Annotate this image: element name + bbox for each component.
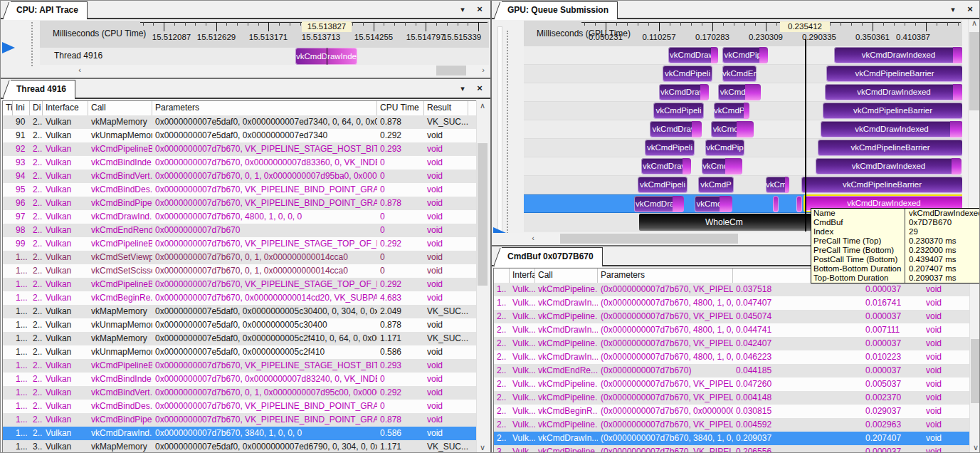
gpu-time-ruler[interactable]: Milliseconds (GPU Time) 0.0502310.110257…: [524, 21, 962, 48]
thread-vscroll-thumb[interactable]: [478, 143, 488, 286]
api-call-row[interactable]: 2..Vulk...vkCmdBeginR...(0x0000000007d7b…: [494, 405, 970, 418]
tab-gpu-queue-submission[interactable]: GPU: Queue Submission: [502, 1, 618, 19]
scroll-down-icon[interactable]: ∨: [970, 442, 980, 453]
api-call-row[interactable]: 932...VulkanvkCmdBindInde...0x0000000007…: [3, 156, 477, 170]
api-call-row[interactable]: 1...2...VulkanvkUnmapMemory0x0000000007e…: [3, 345, 477, 359]
api-call-row[interactable]: 962...VulkanvkCmdBindPipel...0x000000000…: [3, 197, 477, 210]
column-header-result[interactable]: Result: [424, 101, 468, 115]
cpu-hscroll-thumb[interactable]: [436, 66, 466, 76]
api-call-row[interactable]: 2..Vulk...vkCmdEndRe...(0x0000000007d7b6…: [494, 364, 970, 378]
cpu-time-ruler[interactable]: Milliseconds (CPU Time) 15.51208715.5126…: [40, 21, 489, 48]
timeline-block-vkcmdpipelinebarrier[interactable]: vkCmdPipelineBarrier: [818, 140, 962, 156]
tab-cmdbuf[interactable]: CmdBuf 0x07D7B670: [502, 247, 603, 266]
timeline-block-vkcmdpipeli[interactable]: vkCmdPipeli: [663, 66, 712, 82]
column-header-ini[interactable]: Ini: [13, 101, 30, 115]
api-call-row-selected[interactable]: 1...2...VulkanvkCmdDrawInd...0x000000000…: [3, 427, 477, 440]
api-call-row[interactable]: 1...2...VulkanvkCmdPipelineB...0x0000000…: [3, 278, 477, 291]
api-call-row[interactable]: 1...2...VulkanvkCmdBeginRe...0x000000000…: [3, 291, 477, 305]
api-call-row[interactable]: 922...VulkanvkCmdPipelineB...0x000000000…: [3, 142, 477, 156]
api-call-row[interactable]: 2..Vulk...vkCmdDrawIn...(0x0000000007d7b…: [494, 323, 970, 337]
api-call-row[interactable]: 912...VulkanvkUnmapMemory0x0000000007e5d…: [3, 129, 477, 142]
column-header-call[interactable]: Call: [535, 269, 598, 283]
close-icon[interactable]: ×: [475, 4, 485, 15]
cmdbuf-vertical-scrollbar[interactable]: ∨: [969, 268, 980, 453]
timeline-block-vkcmdpipeli[interactable]: vkCmdPipeli: [653, 103, 704, 119]
timeline-block-vkcmddrawi[interactable]: vkCmdDrawI: [650, 121, 702, 137]
timeline-block-sliver[interactable]: [773, 196, 779, 212]
gpu-queue-row[interactable]: vkCmdDrawIvkCmdDravkCmdDrawIndexed: [524, 83, 962, 102]
timeline-block-vkcmddrawi[interactable]: vkCmdDrawI: [641, 158, 691, 175]
api-call-table-header[interactable]: TiIniDiInterfaceCallParametersCPU TimeRe…: [3, 101, 477, 116]
cpu-thread-row[interactable]: Thread 4916 vkCmdDrawInde: [40, 48, 489, 66]
api-call-row[interactable]: 2..Vulk...vkCmdPipeline...(0x0000000007d…: [494, 310, 970, 323]
gpu-vscroll-thumb[interactable]: [969, 32, 979, 110]
timeline-block-vkcmddrawi[interactable]: vkCmdDrawI: [659, 84, 709, 100]
api-call-row[interactable]: 1...2...VulkanvkCmdBindInde...0x00000000…: [3, 373, 477, 386]
timeline-block-vkcmddrawindexed[interactable]: vkCmdDrawIndexed: [834, 47, 962, 63]
api-call-row[interactable]: 1...2...VulkanvkCmdSetViewp...0x00000000…: [3, 251, 477, 264]
cmdbuf-vscroll-thumb[interactable]: [971, 339, 980, 403]
timeline-block-vkcmdpipelinebarrier[interactable]: vkCmdPipelineBarrier: [823, 103, 962, 119]
gpu-queue-row[interactable]: vkCmdPipelivkCmdPipvkCmdPipelineBarrier: [524, 102, 962, 120]
timeline-block-vkcmdpipeli[interactable]: vkCmdPipeli: [638, 177, 687, 193]
close-icon[interactable]: ×: [475, 83, 485, 94]
gpu-queue-row[interactable]: vkCmdPipelivkCmdEnvkCmdPipelineBarrier: [524, 65, 962, 83]
zoom-slider-track[interactable]: [31, 22, 33, 66]
timeline-block-vkcmdpip[interactable]: vkCmdPip: [714, 103, 749, 119]
api-call-row[interactable]: 1...2...VulkanvkCmdBindVert...0x00000000…: [3, 386, 477, 400]
close-icon[interactable]: ×: [965, 4, 975, 15]
gpu-queue-row[interactable]: vkCmdDrawIvkCmdDravkCmdDrawIndexed: [524, 157, 962, 176]
api-call-row[interactable]: 1...3...VulkanvkMapMemory0x0000000007e5d…: [3, 440, 477, 453]
timeline-block-vkcmdpip[interactable]: vkCmdPip: [705, 140, 744, 156]
timeline-block-vkcmden[interactable]: vkCmdEn: [722, 66, 757, 82]
api-call-row[interactable]: 3..Vulk...vkCmdPipeline...(0x0000000007d…: [494, 445, 970, 453]
column-header[interactable]: [494, 269, 510, 283]
timeline-block-vkcmddrawindexed[interactable]: vkCmdDrawIndexed: [825, 84, 962, 100]
timeline-block-vkcmddra[interactable]: vkCmdDra: [718, 84, 761, 100]
timeline-block-vkcmddrawi[interactable]: vkCmdDrawI: [668, 47, 718, 63]
column-header-call[interactable]: Call: [88, 101, 152, 115]
scroll-left-icon[interactable]: ‹: [74, 65, 85, 76]
api-call-row[interactable]: 2..Vulk...vkCmdDrawIn...(0x0000000007d7b…: [494, 350, 970, 364]
timeline-block-vkcmddrawindexed[interactable]: vkCmdDrawIndexed: [816, 158, 961, 175]
thread-vertical-scrollbar[interactable]: ∧ ∨: [476, 100, 488, 453]
api-call-row[interactable]: 952...VulkanvkCmdBindDes...0x0000000007d…: [3, 183, 477, 197]
api-call-row[interactable]: 1...2...VulkanvkUnmapMemory0x0000000007e…: [3, 318, 477, 332]
column-header-parameters[interactable]: Parameters: [152, 101, 377, 115]
timeline-block-vkcmdpipe[interactable]: vkCmdPipe: [722, 47, 768, 63]
api-call-row[interactable]: 972...VulkanvkCmdDrawInd...0x0000000007d…: [3, 210, 477, 224]
api-call-row[interactable]: 1...2...VulkanvkCmdSetScissor0x000000000…: [3, 264, 477, 278]
column-header-di[interactable]: Di: [30, 101, 43, 115]
api-call-row[interactable]: 1...2...VulkanvkCmdBindDes...0x000000000…: [3, 400, 477, 413]
api-call-row-selected[interactable]: 2..Vulk...vkCmdDrawIn...(0x0000000007d7b…: [494, 432, 970, 445]
api-call-row[interactable]: 2..Vulk...vkCmdPipeline...(0x0000000007d…: [494, 391, 970, 405]
timeline-block-vkcmddrawindexed[interactable]: vkCmdDrawIndexed: [821, 121, 962, 137]
zoom-slider-track[interactable]: [497, 26, 502, 239]
gpu-queue-row[interactable]: vkCmdDrawIvkCmdDravkCmdDrawIndexed: [524, 120, 962, 139]
column-header-interfa[interactable]: Interfa: [510, 269, 535, 283]
timeline-block-vkcmdpipeli[interactable]: vkCmdPipeli: [645, 140, 695, 156]
timeline-block-vkcmddra[interactable]: vkCmdDra: [711, 121, 754, 137]
api-call-row[interactable]: 1...2...VulkanvkMapMemory0x0000000007e5d…: [3, 332, 477, 345]
api-call-row[interactable]: 942...VulkanvkCmdBindVert...0x0000000007…: [3, 170, 477, 183]
scroll-down-icon[interactable]: ∨: [477, 442, 488, 453]
api-call-row[interactable]: 2..Vulk...vkCmdPipeline...(0x0000000007d…: [494, 378, 970, 391]
timeline-block-vkcmddra[interactable]: vkCmdDra: [702, 158, 742, 175]
column-header-cpu-time[interactable]: CPU Time: [377, 101, 424, 115]
column-header-ti[interactable]: Ti: [3, 101, 13, 115]
scroll-left-icon[interactable]: ‹: [527, 233, 539, 244]
timeline-block-vkcmddrawi[interactable]: vkCmdDrawI: [634, 196, 684, 212]
api-call-row[interactable]: 1...2...VulkanvkCmdPipelineB...0x0000000…: [3, 359, 477, 373]
api-call-row[interactable]: 1..Vulk...vkCmdDrawIn...(0x0000000007d7b…: [494, 296, 970, 310]
timeline-block-vkcmdp[interactable]: vkCmdP: [698, 177, 734, 193]
api-call-row[interactable]: 982...VulkanvkCmdEndRend...0x0000000007d…: [3, 224, 477, 237]
api-call-row[interactable]: 1...2...VulkanvkMapMemory0x0000000007e5d…: [3, 305, 477, 318]
zoom-slider-thumb[interactable]: [2, 42, 15, 53]
api-call-row[interactable]: 902...VulkanvkMapMemory0x0000000007e5daf…: [3, 115, 477, 129]
gpu-queue-row[interactable]: vkCmdDrawIvkCmdPipevkCmdDrawIndexed: [524, 46, 962, 65]
column-header-parameters[interactable]: Parameters: [598, 269, 733, 283]
api-call-row[interactable]: 1...2...VulkanvkCmdBindPipel...0x0000000…: [3, 413, 477, 427]
tab-cpu-api-trace[interactable]: CPU: API Trace: [11, 1, 88, 19]
timeline-block-vkcmdpipelinebarrier[interactable]: vkCmdPipelineBarrier: [801, 177, 962, 193]
api-call-row[interactable]: 2..Vulk...vkCmdPipeline...(0x0000000007d…: [494, 337, 970, 350]
